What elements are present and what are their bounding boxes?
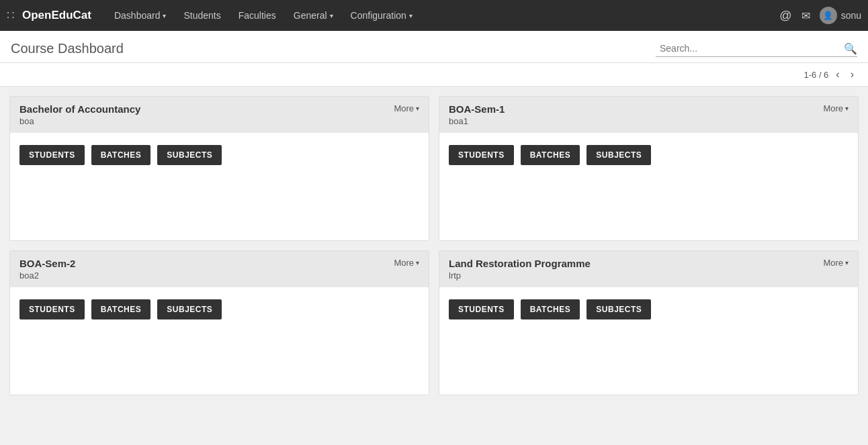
course-info: Bachelor of Accountancyboa xyxy=(19,103,140,126)
page-title: Course Dashboard xyxy=(11,41,649,56)
top-navigation: ∷ OpenEduCat Dashboard ▾ Students Facult… xyxy=(0,0,868,31)
chevron-down-icon: ▾ xyxy=(409,12,413,19)
course-card-body: STUDENTSBATCHESSUBJECTS xyxy=(10,133,429,240)
course-info: BOA-Sem-1boa1 xyxy=(449,103,505,126)
course-card-body: STUDENTSBATCHESSUBJECTS xyxy=(439,287,858,395)
course-info: Land Restoration Programmelrtp xyxy=(449,258,591,281)
search-icon[interactable]: 🔍 xyxy=(844,42,857,55)
batches-button[interactable]: BATCHES xyxy=(91,145,151,165)
batches-button[interactable]: BATCHES xyxy=(521,145,580,165)
course-code: boa1 xyxy=(449,116,505,126)
course-code: boa2 xyxy=(19,270,75,281)
prev-page-button[interactable]: ‹ xyxy=(832,67,842,82)
username: sonu xyxy=(841,10,861,21)
students-button[interactable]: STUDENTS xyxy=(449,145,514,165)
course-name: BOA-Sem-2 xyxy=(19,258,75,269)
students-button[interactable]: STUDENTS xyxy=(449,299,514,319)
chevron-down-icon: ▾ xyxy=(416,105,419,112)
pagination-label: 1-6 / 6 xyxy=(804,70,828,80)
chevron-down-icon: ▾ xyxy=(845,105,849,112)
batches-button[interactable]: BATCHES xyxy=(91,299,151,319)
at-icon[interactable]: @ xyxy=(779,9,791,23)
more-button[interactable]: More▾ xyxy=(394,103,419,113)
course-card-header: Bachelor of AccountancyboaMore▾ xyxy=(10,97,429,133)
courses-grid: Bachelor of AccountancyboaMore▾STUDENTSB… xyxy=(0,87,868,405)
chevron-down-icon: ▾ xyxy=(845,259,849,266)
grid-icon[interactable]: ∷ xyxy=(7,8,14,23)
course-code: lrtp xyxy=(449,270,591,281)
more-button[interactable]: More▾ xyxy=(823,258,849,268)
students-button[interactable]: STUDENTS xyxy=(19,299,85,319)
subjects-button[interactable]: SUBJECTS xyxy=(157,299,222,319)
course-name: BOA-Sem-1 xyxy=(449,103,505,115)
user-info[interactable]: 👤 sonu xyxy=(820,7,861,24)
course-card-body: STUDENTSBATCHESSUBJECTS xyxy=(439,133,858,240)
course-name: Bachelor of Accountancy xyxy=(19,103,140,115)
nav-students[interactable]: Students xyxy=(177,6,227,25)
course-card: BOA-Sem-2boa2More▾STUDENTSBATCHESSUBJECT… xyxy=(9,250,429,395)
nav-dashboard[interactable]: Dashboard ▾ xyxy=(107,6,173,25)
more-label: More xyxy=(394,103,414,113)
avatar: 👤 xyxy=(820,7,837,24)
course-card: Bachelor of AccountancyboaMore▾STUDENTSB… xyxy=(9,96,429,241)
chat-icon[interactable]: ✉ xyxy=(801,9,810,22)
course-card-header: BOA-Sem-2boa2More▾ xyxy=(10,251,429,287)
course-code: boa xyxy=(19,116,140,126)
subjects-button[interactable]: SUBJECTS xyxy=(157,145,222,165)
pagination-bar: 1-6 / 6 ‹ › xyxy=(0,63,868,87)
subjects-button[interactable]: SUBJECTS xyxy=(587,299,651,319)
nav-faculties[interactable]: Faculties xyxy=(232,6,283,25)
course-name: Land Restoration Programme xyxy=(449,258,591,269)
more-button[interactable]: More▾ xyxy=(394,258,419,268)
chevron-down-icon: ▾ xyxy=(163,12,166,19)
course-info: BOA-Sem-2boa2 xyxy=(19,258,75,281)
more-label: More xyxy=(394,258,414,268)
subjects-button[interactable]: SUBJECTS xyxy=(587,145,651,165)
brand-name: OpenEduCat xyxy=(22,9,91,22)
nav-configuration[interactable]: Configuration ▾ xyxy=(344,6,419,25)
next-page-button[interactable]: › xyxy=(847,67,857,82)
top-right-icons: @ ✉ 👤 sonu xyxy=(779,7,861,24)
nav-general[interactable]: General ▾ xyxy=(287,6,340,25)
chevron-down-icon: ▾ xyxy=(416,259,419,266)
course-card-body: STUDENTSBATCHESSUBJECTS xyxy=(10,287,429,395)
course-card: BOA-Sem-1boa1More▾STUDENTSBATCHESSUBJECT… xyxy=(439,96,859,241)
course-card-header: Land Restoration ProgrammelrtpMore▾ xyxy=(439,251,858,287)
more-label: More xyxy=(823,258,843,268)
search-input[interactable] xyxy=(656,40,844,56)
course-card-header: BOA-Sem-1boa1More▾ xyxy=(439,97,858,133)
batches-button[interactable]: BATCHES xyxy=(521,299,580,319)
chevron-down-icon: ▾ xyxy=(330,12,333,19)
course-card: Land Restoration ProgrammelrtpMore▾STUDE… xyxy=(439,250,859,395)
subheader: Course Dashboard 🔍 xyxy=(0,31,868,63)
more-button[interactable]: More▾ xyxy=(823,103,849,113)
students-button[interactable]: STUDENTS xyxy=(19,145,85,165)
search-wrap: 🔍 xyxy=(656,40,857,57)
more-label: More xyxy=(823,103,843,113)
